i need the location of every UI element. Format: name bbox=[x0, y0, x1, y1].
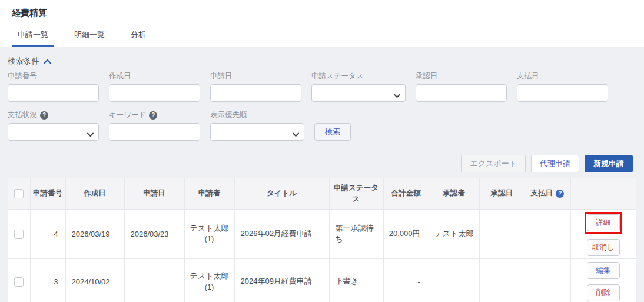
column-header-applicant: 申請者 bbox=[184, 178, 234, 209]
chevron-down-icon bbox=[394, 91, 400, 100]
help-icon[interactable]: ? bbox=[40, 111, 48, 120]
edit-button[interactable]: 編集 bbox=[587, 262, 620, 279]
applicant-note: (1) bbox=[190, 234, 230, 245]
applicant-note: (1) bbox=[190, 282, 230, 293]
search-row-2: 支払状況 ? キーワード ? 表示優先順 検索 bbox=[8, 110, 636, 141]
chevron-up-icon bbox=[44, 57, 51, 66]
header-select-all bbox=[8, 178, 30, 209]
cell-paid bbox=[525, 209, 570, 258]
application-status-field: 申請ステータス bbox=[311, 71, 406, 102]
cell-approved bbox=[479, 258, 525, 302]
cell-actions: 編集 削除 bbox=[570, 258, 636, 302]
column-header-approved: 承認日 bbox=[479, 178, 525, 209]
cell-actions: 詳細 取消し bbox=[570, 209, 636, 258]
proxy-application-button[interactable]: 代理申請 bbox=[531, 155, 579, 172]
display-priority-select[interactable] bbox=[210, 123, 304, 141]
help-icon[interactable]: ? bbox=[149, 111, 157, 120]
keyword-field: キーワード ? bbox=[109, 110, 200, 141]
application-status-label: 申請ステータス bbox=[311, 71, 406, 81]
new-application-button[interactable]: 新規申請 bbox=[585, 155, 633, 172]
cell-no: 4 bbox=[30, 209, 65, 258]
applications-table: 申請番号 作成日 申請日 申請者 タイトル 申請ステータス 合計金額 承認者 承… bbox=[8, 178, 636, 302]
payment-state-field: 支払状況 ? bbox=[8, 110, 99, 141]
tab-analysis[interactable]: 分析 bbox=[125, 25, 152, 47]
keyword-label: キーワード bbox=[109, 110, 146, 120]
row-select-cell bbox=[8, 258, 30, 302]
search-conditions-toggle[interactable]: 検索条件 bbox=[8, 56, 636, 67]
paid-header-label: 支払日 bbox=[531, 188, 553, 199]
search-button[interactable]: 検索 bbox=[314, 123, 351, 141]
column-header-applied: 申請日 bbox=[124, 178, 184, 209]
toolbar: エクスポート 代理申請 新規申請 bbox=[0, 141, 644, 172]
search-conditions-label: 検索条件 bbox=[8, 56, 39, 67]
applicant-name: テスト太郎 bbox=[190, 223, 230, 234]
paid-date-input[interactable] bbox=[517, 84, 608, 102]
cell-approver: テスト太郎 bbox=[429, 209, 479, 258]
table-row: 4 2026/03/19 2026/03/23 テスト太郎 (1) 2026年0… bbox=[8, 209, 636, 258]
click-highlight: 詳細 bbox=[585, 212, 622, 234]
applicant-name: テスト太郎 bbox=[190, 270, 230, 282]
applied-date-field: 申請日 bbox=[210, 71, 301, 102]
search-row-1: 申請番号 作成日 申請日 申請ステータス 承認日 支払日 bbox=[8, 71, 636, 102]
column-header-created: 作成日 bbox=[65, 178, 124, 209]
application-number-field: 申請番号 bbox=[8, 71, 99, 102]
delete-button[interactable]: 削除 bbox=[587, 284, 620, 301]
applied-date-label: 申請日 bbox=[210, 71, 301, 81]
cell-title: 2026年02月経費申請 bbox=[234, 209, 329, 258]
cell-amount: - bbox=[383, 258, 429, 302]
tab-detail-list[interactable]: 明細一覧 bbox=[68, 25, 111, 47]
column-header-amount: 合計金額 bbox=[383, 178, 429, 209]
paid-date-label: 支払日 bbox=[517, 71, 608, 81]
cell-applicant: テスト太郎 (1) bbox=[184, 258, 234, 302]
payment-state-label: 支払状況 bbox=[8, 110, 37, 120]
keyword-input[interactable] bbox=[109, 123, 200, 141]
cell-status: 下書き bbox=[329, 258, 383, 302]
cell-title: 2024年09月経費申請 bbox=[234, 258, 329, 302]
cell-applied bbox=[124, 258, 184, 302]
cell-applicant: テスト太郎 (1) bbox=[184, 209, 234, 258]
column-header-paid: 支払日 ? bbox=[525, 178, 570, 209]
help-icon[interactable]: ? bbox=[556, 190, 564, 198]
chevron-down-icon bbox=[87, 130, 94, 139]
column-header-actions bbox=[570, 178, 636, 209]
tab-bar: 申請一覧 明細一覧 分析 bbox=[12, 25, 632, 47]
table-row: 3 2024/10/02 テスト太郎 (1) 2024年09月経費申請 下書き … bbox=[8, 258, 636, 302]
cell-approver bbox=[429, 258, 479, 302]
cell-no: 3 bbox=[30, 258, 65, 302]
display-priority-field: 表示優先順 bbox=[210, 110, 304, 141]
detail-button[interactable]: 詳細 bbox=[587, 214, 620, 231]
cell-approved bbox=[479, 209, 525, 258]
column-header-approver: 承認者 bbox=[429, 178, 479, 209]
application-number-input[interactable] bbox=[8, 84, 99, 102]
chevron-down-icon bbox=[293, 130, 299, 139]
created-date-field: 作成日 bbox=[109, 71, 200, 102]
tab-application-list[interactable]: 申請一覧 bbox=[12, 25, 54, 47]
column-header-status: 申請ステータス bbox=[329, 178, 383, 209]
approved-date-label: 承認日 bbox=[416, 71, 507, 81]
cell-applied: 2026/03/23 bbox=[124, 209, 184, 258]
paid-date-field: 支払日 bbox=[517, 71, 608, 102]
created-date-label: 作成日 bbox=[109, 71, 200, 81]
column-header-no: 申請番号 bbox=[30, 178, 65, 209]
applied-date-input[interactable] bbox=[210, 84, 301, 102]
approved-date-field: 承認日 bbox=[416, 71, 507, 102]
payment-state-select[interactable] bbox=[8, 123, 99, 141]
page-title: 経費精算 bbox=[12, 7, 632, 19]
cell-paid bbox=[525, 258, 570, 302]
export-button[interactable]: エクスポート bbox=[461, 155, 526, 172]
application-number-label: 申請番号 bbox=[8, 71, 99, 81]
cell-created: 2024/10/02 bbox=[65, 258, 124, 302]
row-select-cell bbox=[8, 209, 30, 258]
select-all-checkbox[interactable] bbox=[14, 189, 24, 198]
cell-status: 第一承認待ち bbox=[329, 209, 383, 258]
table-header-row: 申請番号 作成日 申請日 申請者 タイトル 申請ステータス 合計金額 承認者 承… bbox=[8, 178, 636, 209]
row-checkbox[interactable] bbox=[14, 230, 24, 239]
page-header: 経費精算 申請一覧 明細一覧 分析 bbox=[0, 0, 644, 47]
cancel-button[interactable]: 取消し bbox=[587, 239, 620, 256]
search-conditions-section: 検索条件 申請番号 作成日 申請日 申請ステータス 承認日 支払日 bbox=[0, 47, 644, 141]
application-status-select[interactable] bbox=[311, 84, 406, 102]
approved-date-input[interactable] bbox=[416, 84, 507, 102]
cell-created: 2026/03/19 bbox=[65, 209, 124, 258]
created-date-input[interactable] bbox=[109, 84, 200, 102]
row-checkbox[interactable] bbox=[14, 277, 24, 287]
